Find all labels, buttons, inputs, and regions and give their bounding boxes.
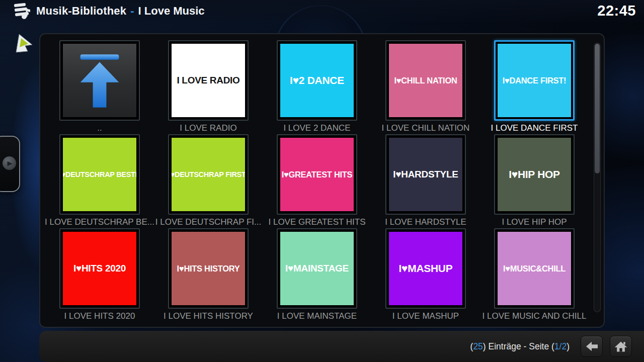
media-grid: .. I LOVE RADIO I LOVE RADIO (59, 40, 575, 309)
item-label: .. (41, 123, 158, 133)
status-bar: (25) Einträge - Seite (1/2) (39, 331, 644, 362)
item-label: I LOVE 2 DANCE (259, 123, 375, 133)
side-panel-handle[interactable]: ▶ (0, 136, 20, 192)
home-icon (614, 340, 628, 353)
item-label: I LOVE HITS HISTORY (150, 311, 267, 321)
thumbnail-frame: I♥DANCE FIRST! (494, 40, 575, 121)
thumbnail-frame (59, 40, 140, 121)
arrow-left-icon (585, 340, 599, 352)
album-art: I♥MAINSTAGE (280, 232, 354, 305)
grid-item[interactable]: .. (59, 40, 140, 121)
album-art: I♥DANCE FIRST! (498, 44, 571, 117)
grid-item[interactable]: I♥MAINSTAGE I LOVE MAINSTAGE (277, 228, 357, 309)
item-label: I LOVE RADIO (150, 123, 267, 133)
entries-page-status: (25) Einträge - Seite (1/2) (470, 341, 570, 352)
album-art: I♥DEUTSCHRAP FIRST! (172, 138, 245, 211)
grid-item[interactable]: I♥HIP HOP I LOVE HIP HOP (494, 134, 575, 215)
album-art (63, 44, 136, 117)
album-art: I♥HITS 2020 (63, 232, 136, 305)
album-art: I♥CHILL NATION (389, 44, 462, 117)
item-label: I LOVE MAINSTAGE (259, 311, 375, 321)
scrollbar-thumb[interactable] (595, 44, 600, 173)
grid-item[interactable]: I♥2 DANCE I LOVE 2 DANCE (277, 40, 357, 121)
album-art: I♥MUSIC&CHILL (498, 232, 571, 305)
chevron-right-icon[interactable]: ▶ (3, 156, 16, 170)
album-art: I♥GREATEST HITS (280, 138, 354, 211)
station-logo-text: I LOVE RADIO (177, 75, 239, 86)
item-label: I LOVE MUSIC AND CHILL (476, 311, 593, 321)
item-label: I LOVE DEUTSCHRAP FI... (150, 217, 267, 227)
header-bar: Musik-Bibliothek - I Love Music 22:45 (0, 0, 644, 22)
station-logo-text: I♥MASHUP (399, 262, 453, 275)
grid-item[interactable]: I♥DEUTSCHRAP FIRST! I LOVE DEUTSCHRAP FI… (168, 134, 249, 215)
grid-item[interactable]: I♥HARDSTYLE I LOVE HARDSTYLE (385, 134, 466, 215)
station-logo-text: I♥MUSIC&CHILL (503, 264, 566, 274)
clock: 22:45 (597, 3, 636, 19)
item-label: I LOVE GREATEST HITS (259, 217, 375, 227)
grid-item[interactable]: I♥MASHUP I LOVE MASHUP (385, 228, 466, 309)
album-art: I♥DEUTSCHRAP BESTE (63, 138, 136, 211)
station-logo-text: I♥GREATEST HITS (282, 170, 353, 179)
album-art: I♥MASHUP (389, 232, 462, 305)
thumbnail-frame: I♥DEUTSCHRAP FIRST! (168, 134, 249, 215)
grid-item[interactable]: I♥DANCE FIRST! I LOVE DANCE FIRST (494, 40, 575, 121)
thumbnail-frame: I♥HITS HISTORY (168, 228, 249, 309)
item-label: I LOVE HITS 2020 (41, 311, 158, 321)
thumbnail-frame: I♥HIP HOP (494, 134, 575, 215)
scrollbar[interactable] (594, 43, 601, 312)
item-label: I LOVE CHILL NATION (367, 123, 484, 133)
back-button[interactable] (581, 336, 603, 357)
mouse-cursor (13, 32, 33, 54)
page-indicator: 1/2 (554, 341, 567, 351)
grid-item[interactable]: I LOVE RADIO I LOVE RADIO (168, 40, 249, 121)
grid-item[interactable]: I♥DEUTSCHRAP BESTE I LOVE DEUTSCHRAP BE.… (59, 134, 140, 215)
thumbnail-frame: I♥GREATEST HITS (277, 134, 357, 215)
station-logo-text: I♥CHILL NATION (394, 76, 457, 85)
home-button[interactable] (610, 336, 632, 357)
grid-item[interactable]: I♥GREATEST HITS I LOVE GREATEST HITS (277, 134, 357, 215)
entries-count: 25 (473, 341, 482, 351)
station-logo-text: I♥2 DANCE (290, 74, 344, 86)
station-logo-text: I♥HIP HOP (509, 168, 560, 180)
station-logo-text: I♥HARDSTYLE (393, 169, 458, 180)
music-library-icon (12, 2, 31, 20)
station-logo-text: I♥DANCE FIRST! (503, 76, 567, 85)
item-label: I LOVE HIP HOP (476, 217, 593, 227)
item-label: I LOVE HARDSTYLE (367, 217, 484, 227)
grid-item[interactable]: I♥MUSIC&CHILL I LOVE MUSIC AND CHILL (494, 228, 575, 309)
station-logo-text: I♥MAINSTAGE (285, 263, 349, 274)
grid-item[interactable]: I♥HITS HISTORY I LOVE HITS HISTORY (168, 228, 249, 309)
arrow-up-icon (75, 51, 124, 110)
grid-item[interactable]: I♥CHILL NATION I LOVE CHILL NATION (385, 40, 466, 121)
thumbnail-frame: I♥DEUTSCHRAP BESTE (59, 134, 140, 215)
thumbnail-frame: I♥HITS 2020 (59, 228, 140, 309)
station-logo-text: I♥HITS 2020 (73, 263, 126, 274)
album-art: I♥HIP HOP (498, 138, 571, 211)
thumbnail-frame: I♥HARDSTYLE (385, 134, 466, 215)
album-art: I LOVE RADIO (172, 44, 245, 117)
thumbnail-frame: I♥2 DANCE (277, 40, 357, 121)
item-label: I LOVE MASHUP (367, 311, 484, 321)
album-art: I♥HITS HISTORY (172, 232, 245, 305)
page-title: Musik-Bibliothek (36, 5, 126, 18)
title-separator: - (130, 5, 134, 18)
content-panel: .. I LOVE RADIO I LOVE RADIO (39, 33, 605, 328)
thumbnail-frame: I♥MAINSTAGE (277, 228, 357, 309)
thumbnail-frame: I♥CHILL NATION (385, 40, 466, 121)
screen: Musik-Bibliothek - I Love Music 22:45 ▶ (0, 0, 644, 362)
thumbnail-frame: I LOVE RADIO (168, 40, 249, 121)
thumbnail-frame: I♥MUSIC&CHILL (494, 228, 575, 309)
grid-item[interactable]: I♥HITS 2020 I LOVE HITS 2020 (59, 228, 140, 309)
album-art: I♥2 DANCE (280, 44, 354, 117)
item-label: I LOVE DANCE FIRST (476, 123, 593, 133)
station-logo-text: I♥DEUTSCHRAP FIRST! (172, 170, 245, 178)
page-subtitle: I Love Music (138, 5, 205, 18)
station-logo-text: I♥DEUTSCHRAP BESTE (63, 170, 136, 178)
thumbnail-frame: I♥MASHUP (385, 228, 466, 309)
album-art: I♥HARDSTYLE (389, 138, 462, 211)
item-label: I LOVE DEUTSCHRAP BE... (41, 217, 158, 227)
station-logo-text: I♥HITS HISTORY (177, 264, 240, 274)
